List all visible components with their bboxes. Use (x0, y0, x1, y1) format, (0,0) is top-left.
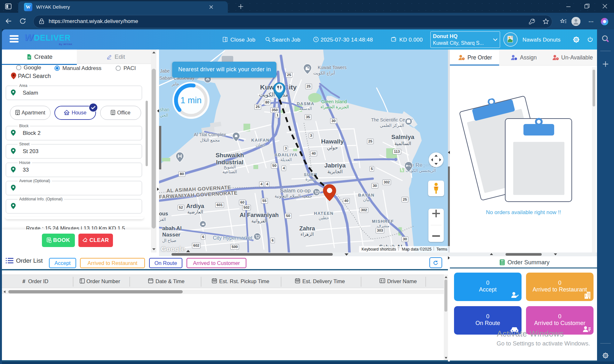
svg-text:1 min: 1 min (180, 96, 202, 105)
